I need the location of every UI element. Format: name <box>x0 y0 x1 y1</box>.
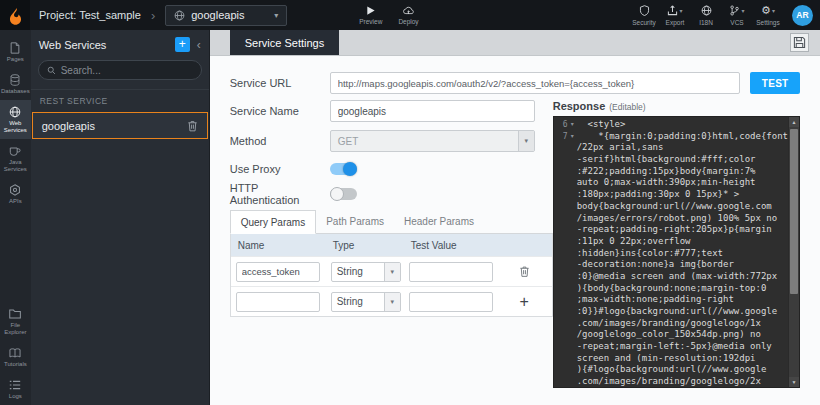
tab-query-params[interactable]: Query Params <box>230 210 316 234</box>
chevron-down-icon: ▾ <box>384 263 400 281</box>
preview-button[interactable]: Preview <box>359 5 382 25</box>
book-icon <box>9 347 21 359</box>
sidebar-item-label: Logs <box>9 393 22 400</box>
export-icon <box>667 5 678 16</box>
code-line[interactable]: :hidden}ins{color:#777;text <box>554 248 788 260</box>
vcs-button[interactable]: ▾ VCS <box>723 5 751 26</box>
code-line[interactable]: 7▾ *{margin:0;padding:0}html,code{font:1… <box>554 131 788 143</box>
sidebar-item-label: APIs <box>9 198 22 205</box>
code-line[interactable]: :180px;padding:30px 0 15px}* > <box>554 189 788 201</box>
vcs-label: VCS <box>730 19 743 26</box>
code-line[interactable]: :0}@media screen and (max-width:772px <box>554 271 788 283</box>
method-select[interactable]: GET ▾ <box>330 130 535 152</box>
response-editable-label: (Editable) <box>609 101 645 113</box>
code-lines[interactable]: 6▾ <style>7▾ *{margin:0;padding:0}html,c… <box>554 119 788 387</box>
chevron-down-icon: ▾ <box>384 293 400 311</box>
code-line[interactable]: -repeat;margin-left:-5px}@media only <box>554 341 788 353</box>
response-section: Response (Editable) 6▾ <style>7▾ *{margi… <box>553 100 800 388</box>
code-line[interactable]: /22px arial,sans <box>554 142 788 154</box>
service-name-input[interactable] <box>330 100 535 122</box>
code-line[interactable]: .com/images/branding/googlelogo/1x <box>554 318 788 330</box>
sidebar-item-apis[interactable]: APIs <box>0 178 31 210</box>
code-line[interactable]: :0}}#logo{background:url(//www.google <box>554 306 788 318</box>
param-type-select[interactable]: String ▾ <box>331 262 401 282</box>
tab-path-params[interactable]: Path Params <box>316 210 394 233</box>
test-button[interactable]: TEST <box>750 72 800 94</box>
collapse-panel-icon[interactable]: ‹ <box>195 39 203 51</box>
code-line[interactable]: -serif}html{background:#fff;color <box>554 154 788 166</box>
service-search[interactable] <box>38 60 202 80</box>
code-line[interactable]: auto 0;max-width:390px;min-height <box>554 177 788 189</box>
response-editor[interactable]: 6▾ <style>7▾ *{margin:0;padding:0}html,c… <box>553 116 800 388</box>
code-line[interactable]: ){#logo{background:url(//www.google <box>554 364 788 376</box>
table-row: String ▾ <box>231 256 552 286</box>
branch-icon <box>729 5 740 16</box>
sidebar-item-databases[interactable]: Databases <box>0 68 31 100</box>
service-url-input[interactable] <box>330 72 741 94</box>
params-table: Name Type Test Value String <box>230 234 553 317</box>
service-list-item-googleapis[interactable]: googleapis <box>32 112 208 139</box>
code-line[interactable]: /images/errors/robot.png) 100% 5px no <box>554 213 788 225</box>
code-line[interactable]: 6▾ <style> <box>554 119 788 131</box>
code-line[interactable]: -repeat;padding-right:205px}p{margin <box>554 224 788 236</box>
chevron-down-icon: ▾ <box>518 131 534 151</box>
export-button[interactable]: ▾ Export <box>661 5 689 26</box>
topbar-tools: Security ▾ Export I18N ▾ VCS ⚙▾ Settings… <box>630 5 820 26</box>
app-window: Project: Test_sample › googleapis ▾ Prev… <box>0 0 820 405</box>
method-label: Method <box>230 135 330 147</box>
param-test-value-input[interactable] <box>409 262 493 282</box>
app-logo[interactable] <box>0 0 30 30</box>
use-proxy-label: Use Proxy <box>230 163 330 175</box>
settings-button[interactable]: ⚙▾ Settings <box>754 5 782 26</box>
chevron-down-icon: ▾ <box>772 7 775 14</box>
add-service-button[interactable]: + <box>175 37 190 52</box>
code-line[interactable]: screen and (min-resolution:192dpi <box>554 353 788 365</box>
param-name-input[interactable] <box>236 292 320 312</box>
code-line[interactable]: :#222;padding:15px}body{margin:7% <box>554 166 788 178</box>
tab-header-params[interactable]: Header Params <box>394 210 484 233</box>
left-icon-sidebar: Pages Databases Web Services Java Servic… <box>0 30 31 405</box>
flame-logo-icon <box>6 6 25 25</box>
save-button[interactable] <box>790 33 809 52</box>
code-line[interactable]: :11px 0 22px;overflow <box>554 236 788 248</box>
sidebar-item-tutorials[interactable]: Tutorials <box>0 341 31 373</box>
editor-scrollbar[interactable]: ▲ ▼ <box>788 117 799 387</box>
i18n-button[interactable]: I18N <box>692 5 720 26</box>
deploy-button[interactable]: Deploy <box>398 5 418 25</box>
table-header-row: Name Type Test Value <box>231 234 552 256</box>
sidebar-item-web-services[interactable]: Web Services <box>0 100 31 139</box>
service-selector-dropdown[interactable]: googleapis ▾ <box>165 5 287 26</box>
http-authentication-toggle[interactable] <box>330 188 357 200</box>
sidebar-item-label: Java Services <box>1 159 30 173</box>
method-value: GET <box>331 136 518 147</box>
sidebar-item-logs[interactable]: Logs <box>0 373 31 405</box>
code-line[interactable]: /googlelogo_color_150x54dp.png) no <box>554 329 788 341</box>
delete-row-icon[interactable] <box>519 265 530 278</box>
sidebar-item-file-explorer[interactable]: File Explorer <box>0 302 31 341</box>
chevron-right-icon: › <box>151 8 155 23</box>
param-name-input[interactable] <box>236 262 320 282</box>
code-line[interactable]: -decoration:none}a img{border <box>554 259 788 271</box>
code-line[interactable]: ;max-width:none;padding-right <box>554 294 788 306</box>
param-type-select[interactable]: String ▾ <box>331 292 401 312</box>
security-button[interactable]: Security <box>630 5 658 26</box>
scroll-down-icon[interactable]: ▼ <box>789 377 799 387</box>
service-item-label: googleapis <box>42 120 181 132</box>
code-line[interactable]: ){body{background:none;margin-top:0 <box>554 283 788 295</box>
tab-service-settings[interactable]: Service Settings <box>230 30 339 55</box>
sidebar-item-pages[interactable]: Pages <box>0 36 31 68</box>
scroll-up-icon[interactable]: ▲ <box>789 117 799 127</box>
scrollbar-thumb[interactable] <box>790 129 798 294</box>
use-proxy-toggle[interactable] <box>330 163 357 175</box>
code-line[interactable]: .com/images/branding/googlelogo/2x <box>554 376 788 387</box>
user-avatar[interactable]: AR <box>792 5 813 26</box>
add-row-button[interactable]: + <box>520 294 529 310</box>
search-input[interactable] <box>61 65 193 76</box>
response-label: Response <box>553 100 606 112</box>
param-test-value-input[interactable] <box>409 292 493 312</box>
delete-service-icon[interactable] <box>187 120 198 132</box>
topbar-actions: Preview Deploy <box>359 5 418 25</box>
code-line[interactable]: body{background:url(//www.google.com <box>554 201 788 213</box>
service-selector-value: googleapis <box>191 9 244 21</box>
sidebar-item-java-services[interactable]: Java Services <box>0 139 31 178</box>
